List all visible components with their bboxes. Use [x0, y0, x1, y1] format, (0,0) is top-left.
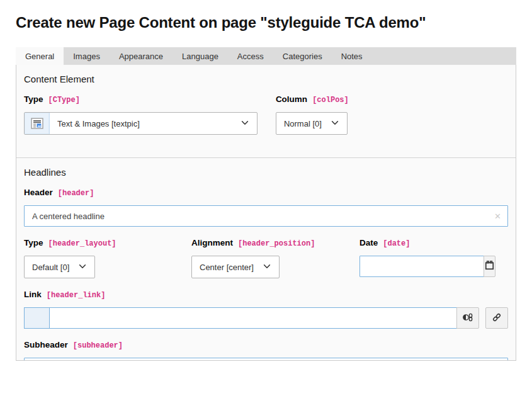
record-form: General Images Appearance Language Acces…	[16, 47, 516, 361]
tab-access[interactable]: Access	[228, 47, 273, 65]
section-heading: Headlines	[24, 167, 508, 178]
section-headlines: Headlines Header [header] ✕ Type [header…	[16, 157, 516, 361]
colpos-select[interactable]: Normal [0]	[276, 112, 348, 135]
colpos-select-value: Normal [0]	[284, 119, 322, 128]
header-layout-select[interactable]: Default [0]	[24, 256, 95, 278]
field-code: [CType]	[48, 96, 80, 105]
field-label: Type	[24, 94, 43, 104]
field-code: [colPos]	[312, 96, 349, 105]
link-browser-button[interactable]	[485, 307, 508, 329]
header-position-select-value: Center [center]	[200, 263, 254, 272]
date-input[interactable]	[359, 256, 484, 277]
link-explanation-toggle-button[interactable]	[456, 307, 479, 329]
field-header-position: Alignment [header_position] Center [cent…	[191, 238, 359, 278]
chevron-down-icon	[78, 262, 87, 273]
datepicker-button[interactable]	[484, 256, 495, 277]
tab-language[interactable]: Language	[173, 47, 228, 65]
field-header-link: Link [header_link]	[24, 290, 508, 329]
field-code: [header_layout]	[48, 239, 116, 248]
field-date: Date [date]	[359, 238, 508, 278]
link-icon-slot	[24, 307, 49, 329]
ctype-select[interactable]: Text & Images [textpic]	[24, 112, 258, 135]
field-ctype: Type [CType]	[24, 94, 276, 135]
headline-options-row: Type [header_layout] Default [0] Alignme…	[24, 238, 508, 278]
section-heading: Content Element	[24, 74, 508, 84]
chevron-down-icon	[263, 262, 271, 273]
field-label: Header	[24, 188, 53, 197]
textpic-content-icon	[25, 113, 50, 134]
header-layout-select-value: Default [0]	[32, 263, 69, 272]
tab-categories[interactable]: Categories	[273, 47, 332, 65]
link-explanation-toggle-icon	[462, 312, 473, 324]
field-label: Type	[24, 238, 43, 247]
field-code: [header_position]	[238, 239, 315, 248]
field-code: [header_link]	[47, 291, 106, 300]
field-code: [date]	[383, 239, 410, 248]
field-code: [subheader]	[73, 341, 123, 350]
field-label: Alignment	[191, 238, 233, 247]
field-label: Column	[276, 94, 307, 104]
calendar-icon	[484, 260, 495, 273]
header-position-select[interactable]: Center [center]	[191, 256, 280, 278]
field-label: Subheader	[24, 340, 68, 349]
tab-panel-general: Content Element Type [CType]	[16, 65, 516, 361]
field-colpos: Column [colPos] Normal [0]	[276, 94, 508, 146]
field-code: [header]	[58, 189, 94, 198]
chevron-down-icon	[331, 118, 339, 129]
field-label: Link	[24, 290, 42, 299]
field-header-layout: Type [header_layout] Default [0]	[24, 238, 191, 278]
field-label: Date	[359, 238, 378, 247]
clear-icon[interactable]: ✕	[494, 212, 501, 220]
section-content-element: Content Element Type [CType]	[16, 65, 516, 157]
tab-appearance[interactable]: Appearance	[110, 47, 173, 65]
form-tab-bar: General Images Appearance Language Acces…	[16, 47, 516, 65]
chevron-down-icon	[241, 118, 249, 129]
field-header: Header [header] ✕	[24, 188, 508, 227]
subheader-input[interactable]	[24, 358, 508, 361]
tab-notes[interactable]: Notes	[332, 47, 372, 65]
page-title: Create new Page Content on page "stylegu…	[16, 14, 516, 31]
tab-general[interactable]: General	[16, 47, 64, 65]
header-link-input[interactable]	[49, 307, 457, 329]
tab-images[interactable]: Images	[64, 47, 110, 65]
field-subheader: Subheader [subheader] ✕	[24, 340, 508, 361]
link-browser-icon	[491, 312, 502, 324]
header-input[interactable]	[24, 205, 508, 227]
ctype-select-value: Text & Images [textpic]	[57, 119, 140, 128]
